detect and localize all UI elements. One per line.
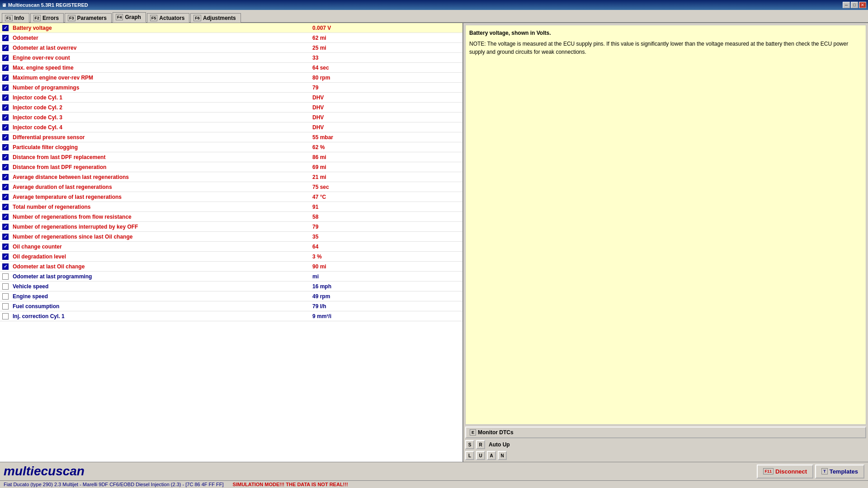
row-value-10: DHV [309, 124, 462, 131]
key-l-button[interactable]: L [465, 451, 474, 460]
row-checkbox-23[interactable]: ✓ [0, 253, 11, 260]
key-a-button[interactable]: A [487, 451, 496, 460]
table-row[interactable]: ✓ Distance from last DPF regeneration 69… [0, 162, 462, 172]
table-row[interactable]: ✓ Battery voltage 0.007 V [0, 23, 462, 33]
table-row[interactable]: ✓ Number of regenerations interrupted by… [0, 222, 462, 232]
row-label-4: Max. engine speed time [11, 65, 309, 71]
tab-actuators[interactable]: F5Actuators [147, 13, 190, 23]
maximize-button[interactable]: □ [851, 2, 858, 8]
table-row[interactable]: ✓ Average distance between last regenera… [0, 172, 462, 182]
row-checkbox-3[interactable]: ✓ [0, 55, 11, 61]
row-checkbox-2[interactable]: ✓ [0, 45, 11, 51]
logo: multiecuscan [4, 464, 85, 479]
row-checkbox-12[interactable]: ✓ [0, 144, 11, 150]
row-checkbox-16[interactable]: ✓ [0, 184, 11, 190]
table-row[interactable]: ✓ Injector code Cyl. 1 DHV [0, 93, 462, 103]
row-label-24: Odometer at last Oil change [11, 263, 309, 270]
tab-key-errors: F2 [33, 15, 41, 21]
row-checkbox-9[interactable]: ✓ [0, 114, 11, 121]
table-row[interactable]: ✓ Injector code Cyl. 3 DHV [0, 113, 462, 122]
table-row[interactable]: ✓ Engine over-rev count 33 [0, 53, 462, 63]
row-checkbox-4[interactable]: ✓ [0, 65, 11, 71]
table-row[interactable]: ✓ Oil degradation level 3 % [0, 252, 462, 262]
table-row[interactable]: Vehicle speed 16 mph [0, 282, 462, 291]
row-checkbox-0[interactable]: ✓ [0, 25, 11, 31]
row-label-9: Injector code Cyl. 3 [11, 114, 309, 121]
row-checkbox-21[interactable]: ✓ [0, 234, 11, 240]
table-row[interactable]: ✓ Average duration of last regenerations… [0, 182, 462, 192]
table-row[interactable]: ✓ Differential pressure sensor 55 mbar [0, 132, 462, 142]
table-row[interactable]: ✓ Maximum engine over-rev RPM 80 rpm [0, 73, 462, 83]
table-row[interactable]: ✓ Number of regenerations since last Oil… [0, 232, 462, 242]
row-label-16: Average duration of last regenerations [11, 184, 309, 190]
table-row[interactable]: ✓ Distance from last DPF replacement 86 … [0, 152, 462, 162]
row-checkbox-17[interactable]: ✓ [0, 194, 11, 200]
row-checkbox-11[interactable]: ✓ [0, 134, 11, 141]
row-checkbox-22[interactable]: ✓ [0, 244, 11, 250]
key-s-button[interactable]: S [465, 440, 474, 449]
row-checkbox-14[interactable]: ✓ [0, 164, 11, 170]
auto-up-section: SR Auto Up [465, 440, 866, 449]
table-row[interactable]: ✓ Injector code Cyl. 2 DHV [0, 103, 462, 113]
key-n-button[interactable]: N [498, 451, 507, 460]
close-button[interactable]: ✕ [859, 2, 866, 8]
table-row[interactable]: ✓ Total number of regenerations 91 [0, 202, 462, 212]
disconnect-button[interactable]: F11 Disconnect [757, 465, 814, 479]
row-checkbox-6[interactable]: ✓ [0, 84, 11, 91]
tab-errors[interactable]: F2Errors [30, 13, 64, 23]
table-row[interactable]: ✓ Number of regenerations from flow resi… [0, 212, 462, 222]
row-checkbox-7[interactable]: ✓ [0, 94, 11, 101]
row-checkbox-1[interactable]: ✓ [0, 35, 11, 41]
tab-info[interactable]: F1Info [2, 13, 29, 23]
templates-button[interactable]: T Templates [815, 465, 864, 479]
row-checkbox-27[interactable] [0, 293, 11, 300]
table-row[interactable]: ✓ Oil change counter 64 [0, 242, 462, 252]
row-label-12: Particulate filter clogging [11, 144, 309, 150]
row-value-23: 3 % [309, 253, 462, 260]
row-checkbox-13[interactable]: ✓ [0, 154, 11, 160]
table-row[interactable]: ✓ Particulate filter clogging 62 % [0, 142, 462, 152]
table-row[interactable]: ✓ Max. engine speed time 64 sec [0, 63, 462, 73]
key-r-button[interactable]: R [476, 440, 485, 449]
tab-label-adjustments: Adjustments [203, 15, 236, 21]
table-row[interactable]: ✓ Odometer at last overrev 25 mi [0, 43, 462, 53]
row-checkbox-25[interactable] [0, 273, 11, 280]
row-value-11: 55 mbar [309, 134, 462, 141]
tab-label-info: Info [14, 15, 24, 21]
row-checkbox-26[interactable] [0, 283, 11, 290]
table-row[interactable]: ✓ Odometer at last Oil change 90 mi [0, 262, 462, 272]
row-checkbox-18[interactable]: ✓ [0, 204, 11, 210]
tab-graph[interactable]: F4Graph [113, 12, 146, 23]
minimize-button[interactable]: ─ [843, 2, 850, 8]
row-value-22: 64 [309, 244, 462, 250]
monitor-dtcs-button[interactable]: E Monitor DTCs [465, 427, 866, 438]
tab-parameters[interactable]: F3Parameters [65, 13, 112, 23]
table-row[interactable]: ✓ Odometer 62 mi [0, 33, 462, 43]
vehicle-info: Fiat Ducato (type 290) 2.3 Multijet - Ma… [4, 482, 224, 487]
row-checkbox-15[interactable]: ✓ [0, 174, 11, 180]
tab-adjustments[interactable]: F6Adjustments [190, 13, 241, 23]
tab-key-parameters: F3 [68, 15, 75, 21]
table-row[interactable]: ✓ Number of programmings 79 [0, 83, 462, 93]
row-value-25: mi [309, 273, 462, 280]
table-row[interactable]: Odometer at last programming mi [0, 272, 462, 282]
row-checkbox-24[interactable]: ✓ [0, 263, 11, 270]
table-row[interactable]: Inj. correction Cyl. 1 9 mm³/i [0, 311, 462, 321]
monitor-label: Monitor DTCs [478, 429, 514, 436]
row-checkbox-10[interactable]: ✓ [0, 124, 11, 131]
table-row[interactable]: Engine speed 49 rpm [0, 291, 462, 301]
row-label-1: Odometer [11, 35, 309, 41]
row-checkbox-19[interactable]: ✓ [0, 214, 11, 220]
row-checkbox-28[interactable] [0, 303, 11, 310]
key-u-button[interactable]: U [476, 451, 485, 460]
row-value-17: 47 °C [309, 194, 462, 200]
row-checkbox-8[interactable]: ✓ [0, 104, 11, 111]
row-checkbox-20[interactable]: ✓ [0, 224, 11, 230]
row-checkbox-5[interactable]: ✓ [0, 75, 11, 81]
tab-bar: F1InfoF2ErrorsF3ParametersF4GraphF5Actua… [0, 10, 868, 23]
table-row[interactable]: ✓ Average temperature of last regenerati… [0, 192, 462, 202]
row-label-8: Injector code Cyl. 2 [11, 104, 309, 111]
table-row[interactable]: ✓ Injector code Cyl. 4 DHV [0, 122, 462, 132]
table-row[interactable]: Fuel consumption 79 l/h [0, 301, 462, 311]
row-checkbox-29[interactable] [0, 313, 11, 319]
